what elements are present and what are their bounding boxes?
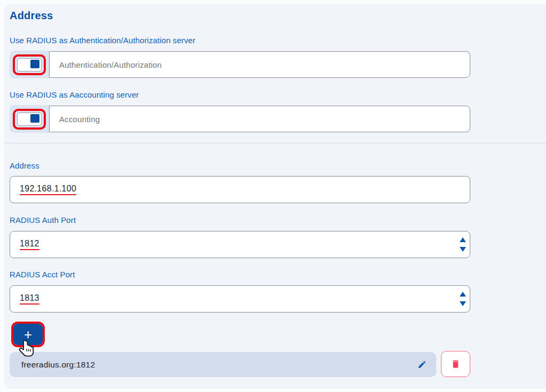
auth-toggle-switch[interactable] [10, 51, 49, 78]
accounting-toggle-row: Accounting [10, 105, 470, 133]
auth-port-label: RADIUS Auth Port [10, 215, 76, 225]
page-title: Address [10, 10, 53, 22]
acct-port-label: RADIUS Acct Port [10, 270, 75, 279]
spinner-up-icon[interactable] [460, 292, 466, 297]
acct-port-value: 1813 [20, 293, 39, 305]
accounting-toggle-label: Use RADIUS as Aaccounting server [10, 90, 139, 99]
server-address-text: freeradius.org:1812 [21, 360, 416, 370]
accounting-name-input[interactable]: Accounting [49, 106, 470, 132]
spinner-down-icon[interactable] [460, 247, 466, 252]
auth-port-spinner [460, 231, 466, 258]
address-panel: Address Use RADIUS as Authentication/Aut… [4, 4, 546, 389]
address-value: 192.168.1.100 [20, 184, 76, 195]
trash-icon [451, 358, 461, 370]
server-list-item: freeradius.org:1812 [10, 352, 436, 377]
auth-name-input[interactable]: Authentication/Authorization [49, 51, 470, 78]
acct-port-spinner [460, 286, 466, 312]
edit-icon [417, 360, 427, 369]
accounting-input-placeholder: Accounting [59, 115, 100, 124]
address-label: Address [10, 161, 39, 170]
click-highlight-annotation [13, 109, 46, 130]
edit-server-button[interactable] [416, 359, 428, 370]
spinner-up-icon[interactable] [460, 237, 466, 242]
toggle-track [17, 58, 42, 71]
acct-port-input[interactable]: 1813 [10, 285, 470, 313]
delete-server-button[interactable] [441, 351, 470, 377]
auth-toggle-label: Use RADIUS as Authentication/Authorizati… [10, 36, 195, 45]
address-input[interactable]: 192.168.1.100 [10, 176, 470, 203]
auth-input-placeholder: Authentication/Authorization [59, 60, 162, 69]
spinner-down-icon[interactable] [460, 301, 466, 306]
auth-port-value: 1812 [20, 239, 39, 250]
auth-port-input[interactable]: 1812 [10, 231, 470, 258]
toggle-track [17, 113, 42, 126]
auth-toggle-row: Authentication/Authorization [10, 51, 470, 78]
toggle-knob-on [30, 114, 39, 123]
section-divider [4, 143, 546, 143]
click-highlight-annotation [13, 54, 46, 75]
toggle-knob-on [30, 60, 39, 68]
accounting-toggle-switch[interactable] [10, 105, 49, 133]
cursor-pointer-icon [19, 339, 35, 358]
